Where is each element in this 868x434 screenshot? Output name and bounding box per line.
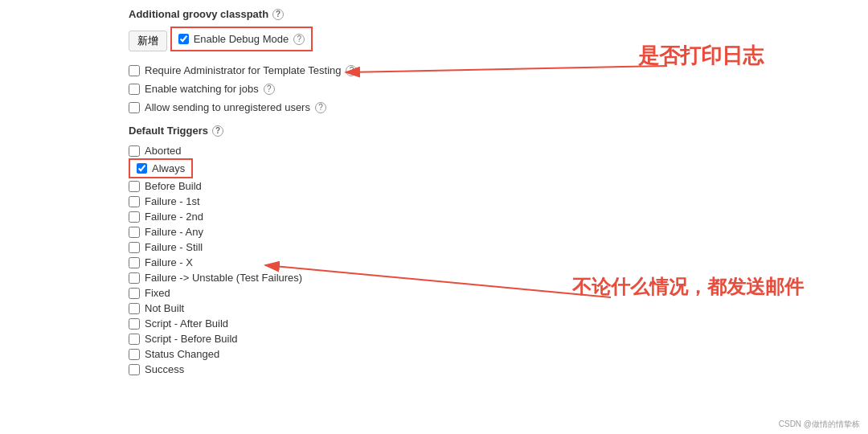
trigger-row-always-container: Always <box>129 158 530 178</box>
trigger-row-before-build: Before Build <box>129 178 530 194</box>
trigger-label-always: Always <box>152 162 185 174</box>
trigger-label-failure-any: Failure - Any <box>145 226 203 238</box>
trigger-checkbox-failure-1st[interactable] <box>129 196 140 207</box>
trigger-row-aborted: Aborted <box>129 143 530 158</box>
trigger-label-failure-2nd: Failure - 2nd <box>145 211 203 223</box>
trigger-row-failure-1st: Failure - 1st <box>129 194 530 209</box>
trigger-row-not-built: Not Built <box>129 301 530 316</box>
trigger-checkbox-success[interactable] <box>129 364 140 375</box>
trigger-label-before-build: Before Build <box>145 180 202 192</box>
trigger-always-box: Always <box>129 158 193 178</box>
classpath-help-icon[interactable]: ? <box>272 9 284 20</box>
annotation-text-debug: 是否打印日志 <box>638 42 764 70</box>
require-admin-checkbox[interactable] <box>129 65 140 76</box>
trigger-label-failure-still: Failure - Still <box>145 241 203 253</box>
trigger-row-script-after: Script - After Build <box>129 316 530 331</box>
trigger-row-success: Success <box>129 362 530 377</box>
trigger-label-failure-x: Failure - X <box>145 256 193 268</box>
unregistered-users-checkbox[interactable] <box>129 102 140 113</box>
trigger-label-not-built: Not Built <box>145 302 184 314</box>
trigger-checkbox-status-changed[interactable] <box>129 349 140 360</box>
trigger-row-status-changed: Status Changed <box>129 346 530 362</box>
trigger-checkbox-script-after[interactable] <box>129 318 140 330</box>
trigger-checkbox-aborted[interactable] <box>129 145 140 157</box>
trigger-row-script-before: Script - Before Build <box>129 331 530 346</box>
classpath-section-title: Additional groovy classpath ? <box>129 8 530 20</box>
watching-jobs-row: Enable watching for jobs ? <box>129 80 530 98</box>
trigger-checkbox-failure-any[interactable] <box>129 227 140 238</box>
trigger-checkbox-script-before[interactable] <box>129 334 140 345</box>
watching-jobs-checkbox[interactable] <box>129 84 140 95</box>
trigger-list: Aborted Always Before Build Failure - 1s… <box>129 143 530 377</box>
trigger-label-aborted: Aborted <box>145 145 182 157</box>
watching-jobs-help-icon[interactable]: ? <box>264 84 275 95</box>
trigger-checkbox-before-build[interactable] <box>129 181 140 192</box>
trigger-row-failure-still: Failure - Still <box>129 240 530 255</box>
debug-mode-help-icon[interactable]: ? <box>293 34 305 45</box>
trigger-label-script-before: Script - Before Build <box>145 333 238 345</box>
require-admin-help-icon[interactable]: ? <box>346 65 357 76</box>
annotation-text-always: 不论什么情况，都发送邮件 <box>572 273 804 301</box>
require-admin-label: Require Administrator for Template Testi… <box>145 64 341 76</box>
trigger-label-failure-unstable: Failure -> Unstable (Test Failures) <box>145 272 302 284</box>
debug-mode-label: Enable Debug Mode <box>194 33 289 45</box>
watching-jobs-label: Enable watching for jobs <box>145 83 259 95</box>
trigger-checkbox-not-built[interactable] <box>129 303 140 314</box>
trigger-row-failure-unstable: Failure -> Unstable (Test Failures) <box>129 270 530 285</box>
default-triggers-help-icon[interactable]: ? <box>212 125 223 137</box>
trigger-checkbox-failure-x[interactable] <box>129 257 140 268</box>
unregistered-users-row: Allow sending to unregistered users ? <box>129 98 530 117</box>
trigger-label-fixed: Fixed <box>145 287 170 299</box>
trigger-checkbox-fixed[interactable] <box>129 288 140 299</box>
trigger-label-script-after: Script - After Build <box>145 317 228 330</box>
trigger-row-fixed: Fixed <box>129 285 530 301</box>
trigger-label-status-changed: Status Changed <box>145 348 219 360</box>
trigger-checkbox-always[interactable] <box>137 163 147 174</box>
default-triggers-label: Default Triggers <box>129 125 208 137</box>
unregistered-users-label: Allow sending to unregistered users <box>145 101 310 113</box>
require-admin-row: Require Administrator for Template Testi… <box>129 61 530 80</box>
trigger-row-failure-2nd: Failure - 2nd <box>129 209 530 224</box>
add-classpath-button[interactable]: 新增 <box>129 31 167 51</box>
classpath-label: Additional groovy classpath <box>129 8 268 20</box>
trigger-label-success: Success <box>145 363 184 375</box>
trigger-checkbox-failure-unstable[interactable] <box>129 272 140 284</box>
debug-mode-checkbox[interactable] <box>178 34 189 44</box>
trigger-checkbox-failure-still[interactable] <box>129 242 140 253</box>
debug-mode-container: Enable Debug Mode ? <box>170 27 313 51</box>
default-triggers-title: Default Triggers ? <box>129 125 530 137</box>
trigger-label-failure-1st: Failure - 1st <box>145 195 200 207</box>
trigger-row-failure-x: Failure - X <box>129 255 530 270</box>
trigger-row-failure-any: Failure - Any <box>129 224 530 240</box>
watermark: CSDN @做情的情挚栋 <box>779 419 860 430</box>
trigger-checkbox-failure-2nd[interactable] <box>129 211 140 223</box>
default-triggers-section: Default Triggers ? Aborted Always Before… <box>129 125 530 377</box>
unregistered-users-help-icon[interactable]: ? <box>315 102 326 113</box>
